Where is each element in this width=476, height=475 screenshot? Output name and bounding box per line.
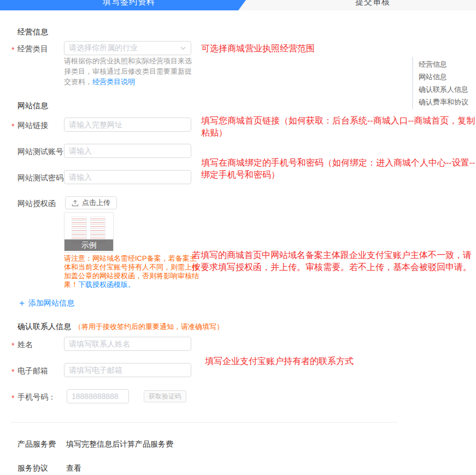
test-account-input[interactable] — [64, 144, 191, 158]
auth-letter-label: 网站授权函 — [17, 199, 56, 209]
add-website-info-label: 添加网站信息 — [28, 298, 74, 308]
auth-letter-annotation: 若填写的商城首页中网站域名备案主体跟企业支付宝账户主体不一致，请按要求填写授权函… — [192, 249, 475, 273]
phone-label: *手机号码： — [17, 392, 56, 402]
email-label: *电子邮箱 — [17, 366, 48, 376]
chevron-down-icon — [180, 45, 186, 51]
merchant-signup-form: 填写签约资料 提交审核 经营信息 网站信息 确认联系人信息 确认费率和协议 经营… — [0, 0, 476, 475]
phone-input[interactable] — [67, 389, 129, 403]
fee-label: 产品服务费 — [17, 439, 56, 449]
anchor-contact-info[interactable]: 确认联系人信息 — [419, 83, 468, 96]
plus-icon: + — [19, 300, 25, 307]
anchor-business-info[interactable]: 经营信息 — [419, 58, 468, 71]
website-link-annotation: 填写您商城首页链接（如何获取：后台系统--商城入口--商城首页，复制粘贴） — [201, 115, 476, 139]
category-help-text: 请根据你的营业执照和实际经营项目来选择类目，审核通过后修改类目需要重新提交资料，… — [64, 56, 197, 87]
agreement-view-link[interactable]: 查看 — [66, 464, 81, 473]
contact-subtitle: （将用于接收签约后的重要通知，请准确填写） — [74, 322, 224, 332]
auth-letter-sample-thumbnail[interactable]: 示例 — [64, 212, 114, 253]
sample-badge: 示例 — [64, 239, 113, 251]
anchor-rate-agreement[interactable]: 确认费率和协议 — [419, 96, 468, 108]
fee-value: 填写完整信息后计算产品服务费 — [66, 439, 173, 449]
add-website-info-link[interactable]: + 添加网站信息 — [19, 298, 74, 308]
required-mark: * — [11, 367, 14, 376]
test-password-label: 网站测试密码 — [17, 173, 63, 183]
required-mark: * — [11, 394, 14, 402]
website-link-input[interactable] — [64, 118, 191, 132]
section-title-contact-row: 确认联系人信息 （将用于接收签约后的重要通知，请准确填写） — [17, 322, 224, 332]
tab-fill-contract-info[interactable]: 填写签约资料 — [0, 0, 246, 10]
anchor-nav: 经营信息 网站信息 确认联系人信息 确认费率和协议 — [412, 57, 468, 109]
test-account-label: 网站测试账号 — [17, 147, 63, 157]
divider — [11, 422, 397, 423]
section-title-business: 经营信息 — [17, 27, 48, 37]
required-mark: * — [11, 122, 14, 131]
section-title-contact: 确认联系人信息 — [17, 322, 71, 332]
category-help-link[interactable]: 经营类目说明 — [92, 78, 135, 86]
required-mark: * — [11, 45, 14, 54]
auth-letter-notice: 请注意：网站域名需经ICP备案，若备案主体和当前支付宝账号持有人不同，则需上传加… — [64, 254, 203, 289]
anchor-website-info[interactable]: 网站信息 — [419, 71, 468, 83]
step1-label: 填写签约资料 — [103, 0, 155, 7]
agreement-label: 服务协议 — [17, 464, 48, 473]
test-account-annotation: 填写在商城绑定的手机号和密码（如何绑定：进入商城个人中心--设置--绑定手机号和… — [201, 157, 476, 181]
section-title-website: 网站信息 — [17, 101, 48, 111]
website-link-label: *网站链接 — [17, 121, 48, 131]
upload-button[interactable]: 点击上传 — [65, 196, 117, 209]
test-password-input[interactable] — [64, 170, 191, 184]
step-bar: 填写签约资料 提交审核 — [0, 0, 476, 10]
name-label: *姓名 — [17, 340, 33, 350]
get-verification-code-button[interactable]: 获取验证码 — [144, 390, 186, 402]
download-template-link[interactable]: 下载授权函模版。 — [78, 280, 135, 289]
name-input[interactable] — [64, 337, 191, 351]
category-select[interactable]: 请选择你所属的行业 — [64, 41, 191, 55]
category-annotation: 可选择商城营业执照经营范围 — [201, 43, 315, 55]
tab-submit-review[interactable]: 提交审核 — [355, 0, 390, 7]
required-mark: * — [11, 341, 14, 350]
upload-icon — [72, 200, 79, 207]
category-label: *经营类目 — [17, 44, 48, 54]
email-input[interactable] — [64, 363, 191, 377]
upload-button-label: 点击上传 — [82, 198, 110, 208]
contact-annotation: 填写企业支付宝账户持有者的联系方式 — [205, 355, 354, 367]
category-select-placeholder: 请选择你所属的行业 — [69, 43, 180, 53]
